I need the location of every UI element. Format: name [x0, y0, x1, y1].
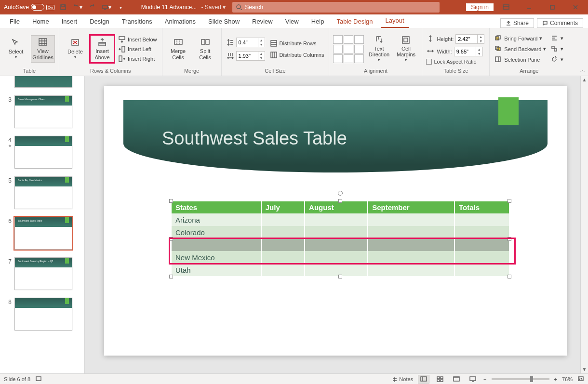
- table-cell[interactable]: [261, 238, 305, 251]
- zoom-out-icon[interactable]: −: [483, 376, 486, 382]
- delete-button[interactable]: Delete▾: [63, 36, 87, 62]
- saved-indicator[interactable]: - Saved ▾: [201, 4, 226, 11]
- table-cell[interactable]: Arizona: [172, 213, 261, 226]
- table-cell[interactable]: [261, 264, 305, 276]
- share-button[interactable]: Share: [500, 18, 534, 28]
- table-cell[interactable]: [368, 264, 454, 276]
- merge-cells-button[interactable]: Merge Cells: [166, 35, 190, 62]
- distribute-cols-button[interactable]: Distribute Columns: [269, 51, 325, 59]
- split-cells-button[interactable]: Split Cells: [193, 35, 217, 62]
- close-icon[interactable]: [565, 0, 586, 14]
- slide-title[interactable]: Southwest Sales Table: [162, 128, 347, 149]
- slideshow-view-icon[interactable]: [467, 375, 479, 384]
- tab-animations[interactable]: Animations: [160, 16, 200, 28]
- tab-design[interactable]: Design: [85, 16, 114, 28]
- tab-layout[interactable]: Layout: [381, 15, 409, 28]
- collapse-ribbon-icon[interactable]: ︿: [580, 67, 585, 74]
- rotate-handle[interactable]: [338, 191, 343, 196]
- table-cell[interactable]: [368, 238, 454, 251]
- sign-in-button[interactable]: Sign in: [466, 3, 494, 11]
- tab-view[interactable]: View: [281, 16, 304, 28]
- col-width-field[interactable]: ▲▼: [226, 51, 266, 61]
- table-cell[interactable]: [368, 251, 454, 264]
- rotate-menu[interactable]: ▾: [550, 55, 564, 64]
- thumb-preview[interactable]: Southwest Sales by Region – Q3: [14, 257, 72, 290]
- thumbnail[interactable]: 8: [0, 295, 84, 335]
- table-cell[interactable]: [261, 226, 305, 238]
- resize-handle[interactable]: [508, 237, 511, 241]
- bring-forward-button[interactable]: Bring Forward ▾: [494, 34, 547, 43]
- table-cell[interactable]: Colorado: [172, 226, 261, 238]
- table-cell[interactable]: [305, 238, 368, 251]
- ribbon-display-icon[interactable]: [495, 0, 517, 14]
- row-height-field[interactable]: ▲▼: [226, 37, 266, 48]
- insert-right-button[interactable]: Insert Right: [117, 54, 158, 63]
- vertical-scrollbar[interactable]: ▲ ▼: [580, 76, 588, 373]
- table-cell[interactable]: [454, 213, 509, 226]
- table-height-input[interactable]: [456, 36, 477, 42]
- qat-more-icon[interactable]: ▾: [115, 1, 127, 13]
- table-cell[interactable]: [261, 251, 305, 264]
- alignment-grid[interactable]: [333, 35, 364, 63]
- tab-slide-show[interactable]: Slide Show: [203, 16, 244, 28]
- table-row[interactable]: Arizona: [172, 213, 509, 226]
- zoom-in-icon[interactable]: +: [554, 376, 557, 382]
- zoom-slider[interactable]: [492, 378, 549, 380]
- scroll-down-icon[interactable]: ▼: [581, 366, 588, 373]
- thumbnail-panel[interactable]: Southwest Region3Sales Management Team45…: [0, 76, 85, 373]
- distribute-rows-button[interactable]: Distribute Rows: [269, 39, 325, 48]
- redo-icon[interactable]: [86, 1, 98, 13]
- table-width-field[interactable]: Width: ▲▼: [426, 46, 485, 57]
- tab-table-design[interactable]: Table Design: [332, 16, 377, 28]
- table-cell[interactable]: [454, 238, 509, 251]
- thumb-preview[interactable]: Southwest Sales Table: [14, 217, 72, 250]
- table-row[interactable]: Colorado: [172, 226, 509, 238]
- tab-file[interactable]: File: [5, 16, 25, 28]
- table-header[interactable]: August: [305, 201, 368, 213]
- notes-button[interactable]: Notes: [392, 376, 413, 382]
- text-direction-button[interactable]: Text Direction▾: [367, 33, 391, 65]
- table-cell[interactable]: [454, 226, 509, 238]
- sorter-view-icon[interactable]: [434, 375, 446, 384]
- thumb-preview[interactable]: [14, 136, 72, 169]
- insert-above-button[interactable]: Insert Above: [90, 35, 114, 62]
- slide-editor[interactable]: Southwest Sales Table StatesJulyAugustSe…: [85, 76, 588, 373]
- resize-handle[interactable]: [169, 275, 173, 278]
- zoom-level[interactable]: 76%: [562, 376, 573, 382]
- thumbnail[interactable]: 5Santa Fe, New Mexico: [0, 173, 84, 214]
- table-width-input[interactable]: [454, 49, 476, 54]
- thumbnail[interactable]: Southwest Region: [0, 76, 84, 93]
- table-cell[interactable]: New Mexico: [172, 251, 261, 264]
- table-cell[interactable]: [454, 251, 509, 264]
- thumb-preview[interactable]: Santa Fe, New Mexico: [14, 176, 72, 209]
- table-cell[interactable]: [305, 251, 368, 264]
- tab-transitions[interactable]: Transitions: [117, 16, 157, 28]
- autosave-toggle[interactable]: AutoSave On: [4, 4, 54, 11]
- insert-left-button[interactable]: Insert Left: [117, 45, 158, 53]
- selection-pane-button[interactable]: Selection Pane: [494, 55, 547, 64]
- minimize-icon[interactable]: [519, 0, 540, 14]
- thumb-preview[interactable]: Sales Management Team: [14, 95, 72, 128]
- tab-help[interactable]: Help: [307, 16, 329, 28]
- resize-handle[interactable]: [508, 275, 511, 278]
- table-cell[interactable]: [305, 226, 368, 238]
- thumbnail[interactable]: 7Southwest Sales by Region – Q3: [0, 254, 84, 295]
- resize-handle[interactable]: [338, 275, 342, 278]
- table-header[interactable]: Totals: [454, 201, 509, 213]
- search-box[interactable]: Search: [232, 2, 440, 13]
- table-row[interactable]: New Mexico: [172, 251, 509, 264]
- insert-below-button[interactable]: Insert Below: [117, 35, 158, 44]
- thumbnail[interactable]: 4: [0, 133, 84, 173]
- undo-icon[interactable]: ▾: [72, 1, 83, 13]
- comments-button[interactable]: Comments: [537, 18, 583, 28]
- tab-insert[interactable]: Insert: [57, 16, 82, 28]
- table-cell[interactable]: [368, 226, 454, 238]
- send-backward-button[interactable]: Send Backward ▾: [494, 45, 547, 53]
- resize-handle[interactable]: [169, 237, 173, 241]
- thumb-preview[interactable]: [14, 298, 72, 331]
- table-cell[interactable]: [368, 213, 454, 226]
- col-width-input[interactable]: [237, 53, 258, 59]
- table-cell[interactable]: Utah: [172, 264, 261, 276]
- thumbnail[interactable]: 3Sales Management Team: [0, 93, 84, 133]
- resize-handle[interactable]: [169, 199, 173, 203]
